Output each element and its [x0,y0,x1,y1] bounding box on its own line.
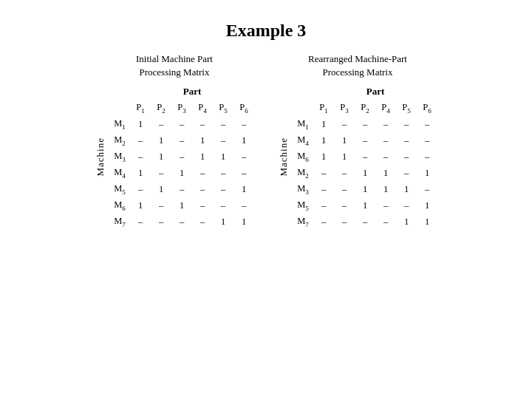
left-table-row: M41–1––– [109,165,254,181]
right-data-cell: 1 [313,149,334,165]
left-data-cell: – [213,132,233,149]
right-table-row: M5––1––1 [293,197,437,214]
left-data-cell: – [233,149,254,165]
left-col-p5: P5 [213,100,233,116]
right-data-cell: 1 [417,197,437,214]
left-table-row: M11––––– [109,116,254,132]
right-label-line1: Rearranged Machine-Part [308,52,407,66]
left-data-cell: – [213,181,233,197]
left-data-cell: 1 [192,149,213,165]
left-machine-cell: M3 [109,149,130,165]
right-data-cell: – [334,214,355,230]
left-data-cell: – [233,197,254,214]
right-machine-cell: M7 [293,214,313,230]
left-data-cell: 1 [192,132,213,149]
left-data-cell: – [213,116,233,132]
left-data-cell: – [192,181,213,197]
left-col-p3: P3 [171,100,192,116]
left-col-p2: P2 [151,100,171,116]
right-machine-cell: M2 [293,165,313,181]
left-data-cell: 1 [213,149,233,165]
right-table-row: M611–––– [293,149,437,165]
right-data-cell: – [375,214,396,230]
left-machine-cell: M4 [109,165,130,181]
page-title: Example 3 [226,21,307,41]
left-matrix-outer: Machine Part P1 P2 P3 P4 P5 P6 [95,83,254,230]
right-data-cell: – [334,181,355,197]
right-data-cell: 1 [375,181,396,197]
right-table-row: M7––––11 [293,214,437,230]
right-part-label: Part [313,83,437,100]
left-data-cell: – [130,181,151,197]
left-machine-cell: M5 [109,181,130,197]
right-data-cell: – [375,132,396,149]
right-data-cell: – [334,197,355,214]
left-data-cell: – [151,116,171,132]
right-data-cell: 1 [417,165,437,181]
left-data-cell: – [171,214,192,230]
left-data-cell: – [151,197,171,214]
right-data-cell: – [396,132,417,149]
left-data-cell: – [130,132,151,149]
right-data-cell: – [313,165,334,181]
left-data-cell: – [192,165,213,181]
left-data-cell: 1 [130,165,151,181]
left-data-cell: – [171,181,192,197]
left-table-row: M5–1–––1 [109,181,254,197]
right-data-cell: – [334,116,355,132]
left-data-cell: – [130,149,151,165]
left-matrix-table: Part P1 P2 P3 P4 P5 P6 M11–––––M2–1–1–1M… [109,83,254,230]
left-col-p6: P6 [233,100,254,116]
right-data-cell: 1 [334,132,355,149]
left-data-cell: 1 [233,214,254,230]
left-machine-cell: M6 [109,197,130,214]
left-table-row: M7––––11 [109,214,254,230]
right-col-p5: P5 [396,100,417,116]
left-data-cell: – [213,197,233,214]
left-data-cell: – [233,165,254,181]
right-machine-cell: M1 [293,116,313,132]
left-table-row: M2–1–1–1 [109,132,254,149]
right-data-cell: – [355,214,375,230]
right-col-p1: P1 [313,100,334,116]
right-table-row: M411–––– [293,132,437,149]
right-data-cell: 1 [375,165,396,181]
left-data-cell: 1 [171,197,192,214]
left-data-cell: 1 [151,149,171,165]
right-data-cell: – [417,181,437,197]
right-data-cell: – [417,149,437,165]
left-machine-cell: M7 [109,214,130,230]
left-data-cell: 1 [171,165,192,181]
left-data-cell: – [192,214,213,230]
left-data-cell: 1 [130,116,151,132]
right-col-p6: P6 [417,100,437,116]
matrices-container: Initial Machine Part Processing Matrix M… [95,52,437,230]
left-data-cell: – [213,165,233,181]
left-data-cell: – [151,165,171,181]
right-data-cell: 1 [313,116,334,132]
left-data-cell: 1 [233,181,254,197]
left-matrix-labels: Initial Machine Part Processing Matrix [136,52,213,79]
left-data-cell: 1 [130,197,151,214]
left-col-p1: P1 [130,100,151,116]
right-matrix-labels: Rearranged Machine-Part Processing Matri… [308,52,407,79]
left-machine-label: Machine [95,137,106,176]
right-machine-cell: M6 [293,149,313,165]
right-data-cell: – [417,116,437,132]
right-machine-cell: M4 [293,132,313,149]
right-data-cell: – [396,165,417,181]
right-table-row: M2––11–1 [293,165,437,181]
right-data-cell: – [396,116,417,132]
right-data-cell: 1 [396,181,417,197]
left-data-cell: – [192,197,213,214]
right-data-cell: – [396,149,417,165]
right-table-row: M11––––– [293,116,437,132]
left-table-row: M3–1–11– [109,149,254,165]
left-label-line1: Initial Machine Part [136,52,213,66]
right-data-cell: 1 [396,214,417,230]
right-data-cell: – [355,116,375,132]
right-data-cell: – [334,165,355,181]
right-label-line2: Processing Matrix [323,66,393,79]
right-data-cell: – [375,149,396,165]
left-col-machine-header [109,100,130,116]
